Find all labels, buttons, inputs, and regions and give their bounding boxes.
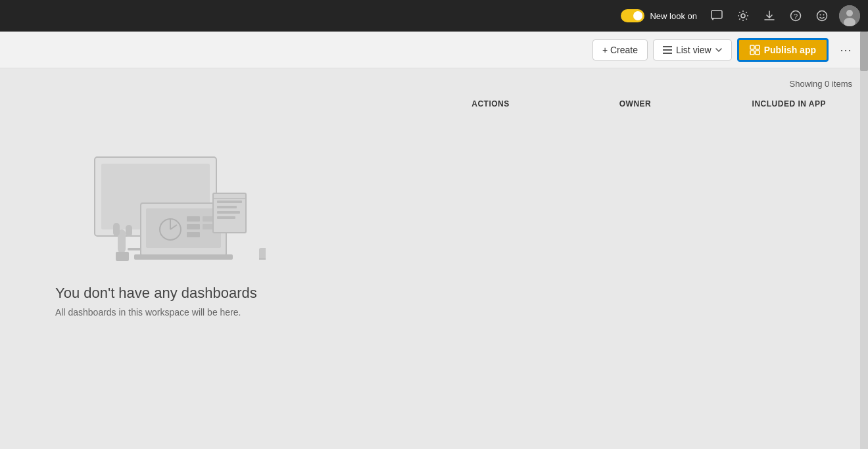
list-view-icon bbox=[663, 46, 672, 54]
owner-column-header: OWNER bbox=[563, 99, 708, 108]
create-button-label: + Create bbox=[602, 45, 638, 55]
scrollbar-thumb[interactable] bbox=[860, 32, 868, 71]
actions-column-header: ACTIONS bbox=[418, 99, 563, 108]
empty-subtitle: All dashboards in this workspace will be… bbox=[55, 307, 241, 318]
svg-rect-0 bbox=[711, 11, 722, 18]
settings-icon[interactable] bbox=[731, 4, 755, 28]
svg-rect-14 bbox=[756, 45, 760, 49]
empty-state: You don't have any dashboards All dashbo… bbox=[16, 124, 852, 318]
svg-rect-28 bbox=[187, 232, 200, 237]
svg-rect-36 bbox=[217, 216, 235, 219]
help-icon[interactable]: ? bbox=[784, 4, 808, 28]
avatar[interactable] bbox=[839, 5, 860, 26]
list-view-label: List view bbox=[676, 45, 711, 55]
svg-point-6 bbox=[823, 14, 825, 16]
empty-title: You don't have any dashboards bbox=[55, 285, 257, 302]
svg-rect-31 bbox=[134, 254, 233, 260]
svg-point-5 bbox=[820, 14, 821, 16]
svg-text:?: ? bbox=[794, 12, 798, 20]
new-look-toggle[interactable] bbox=[621, 9, 644, 22]
publish-app-button[interactable]: Publish app bbox=[737, 38, 829, 62]
content-area: Showing 0 items ACTIONS OWNER INCLUDED I… bbox=[0, 68, 868, 449]
scrollbar[interactable] bbox=[860, 32, 868, 449]
svg-rect-12 bbox=[663, 53, 672, 54]
empty-illustration bbox=[55, 137, 266, 269]
publish-app-label: Publish app bbox=[764, 45, 816, 55]
emoji-icon[interactable] bbox=[810, 4, 834, 28]
svg-rect-10 bbox=[663, 46, 672, 47]
svg-rect-15 bbox=[750, 51, 754, 55]
column-headers: ACTIONS OWNER INCLUDED IN APP bbox=[16, 94, 852, 114]
chevron-down-icon bbox=[715, 48, 722, 52]
item-count: Showing 0 items bbox=[16, 79, 852, 89]
new-look-label: New look on bbox=[650, 11, 697, 21]
svg-point-1 bbox=[741, 14, 745, 18]
publish-icon bbox=[750, 45, 760, 55]
included-in-app-column-header: INCLUDED IN APP bbox=[708, 99, 852, 108]
create-button[interactable]: + Create bbox=[592, 39, 648, 60]
svg-rect-41 bbox=[116, 252, 129, 261]
svg-rect-11 bbox=[663, 49, 672, 51]
svg-rect-39 bbox=[113, 223, 120, 236]
svg-rect-27 bbox=[187, 224, 200, 229]
new-look-toggle-container: New look on bbox=[621, 9, 697, 22]
svg-rect-16 bbox=[756, 51, 760, 55]
svg-rect-34 bbox=[217, 206, 237, 208]
svg-rect-42 bbox=[259, 248, 266, 260]
svg-rect-13 bbox=[750, 45, 754, 49]
svg-rect-26 bbox=[187, 216, 200, 222]
svg-point-4 bbox=[817, 11, 827, 21]
svg-rect-35 bbox=[217, 211, 240, 214]
more-options-icon: ⋯ bbox=[840, 43, 852, 57]
more-options-button[interactable]: ⋯ bbox=[834, 38, 857, 62]
chat-icon[interactable] bbox=[705, 4, 729, 28]
list-view-button[interactable]: List view bbox=[653, 39, 732, 60]
svg-rect-40 bbox=[126, 225, 132, 237]
toolbar: + Create List view Publish app ⋯ bbox=[0, 32, 868, 68]
top-navigation: New look on ? bbox=[0, 0, 868, 32]
svg-point-8 bbox=[846, 10, 853, 16]
download-icon[interactable] bbox=[758, 4, 781, 28]
svg-rect-33 bbox=[217, 201, 242, 203]
